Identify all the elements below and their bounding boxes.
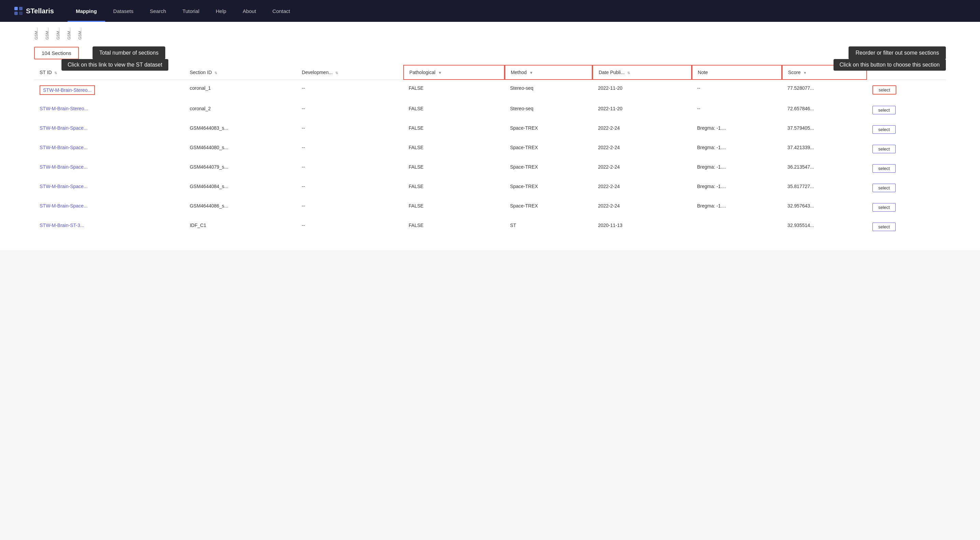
select-button-0[interactable]: select: [872, 85, 896, 95]
cell-score-3: 37.421339...: [782, 139, 867, 159]
col-date[interactable]: Date Publi... ⇅: [592, 65, 692, 80]
sort-icon-section-id: ⇅: [215, 71, 217, 75]
select-button-7[interactable]: select: [872, 222, 896, 231]
cell-date-5: 2022-2-24: [592, 178, 692, 198]
table-row: STW-M-Brain-Space... GSM4644084_s... -- …: [34, 178, 946, 198]
gsm-label-1: GSM...: [34, 26, 38, 40]
cell-note-0: --: [692, 80, 782, 100]
brand-name: STellaris: [26, 7, 54, 15]
cell-date-2: 2022-2-24: [592, 120, 692, 139]
gsm-label-3: GSM...: [56, 26, 60, 40]
cell-note-6: Bregma: -1....: [692, 198, 782, 217]
gsm-label-4: GSM...: [67, 26, 71, 40]
cell-section-id-4: GSM4644079_s...: [185, 159, 296, 178]
select-button-6[interactable]: select: [872, 203, 896, 212]
st-id-link-0[interactable]: STW-M-Brain-Stereo...: [40, 85, 95, 95]
select-button-2[interactable]: select: [872, 125, 896, 134]
nav-mapping[interactable]: Mapping: [68, 0, 105, 22]
cell-development-2: --: [296, 120, 403, 139]
cell-section-id-7: IDF_C1: [185, 217, 296, 237]
cell-method-5: Space-TREX: [505, 178, 593, 198]
table-row: STW-M-Brain-Stereo... coronal_2 -- FALSE…: [34, 100, 946, 120]
cell-score-2: 37.579405...: [782, 120, 867, 139]
brand-icon: [14, 6, 23, 16]
table-row: STW-M-Brain-Space... GSM4644086_s... -- …: [34, 198, 946, 217]
st-id-link-6[interactable]: STW-M-Brain-Space...: [40, 203, 88, 208]
cell-method-6: Space-TREX: [505, 198, 593, 217]
cell-st-id-3: STW-M-Brain-Space...: [34, 139, 185, 159]
table-row: STW-M-Brain-Space... GSM4644080_s... -- …: [34, 139, 946, 159]
table-row: STW-M-Brain-Space... GSM4644083_s... -- …: [34, 120, 946, 139]
select-button-5[interactable]: select: [872, 184, 896, 192]
select-button-1[interactable]: select: [872, 106, 896, 114]
cell-st-id-0: STW-M-Brain-Stereo...: [34, 80, 185, 100]
svg-rect-3: [19, 12, 22, 15]
cell-action-7: select: [867, 217, 946, 237]
brand: STellaris: [14, 6, 54, 16]
cell-section-id-5: GSM4644084_s...: [185, 178, 296, 198]
cell-date-0: 2022-11-20: [592, 80, 692, 100]
cell-st-id-5: STW-M-Brain-Space...: [34, 178, 185, 198]
main-content: GSM... GSM... GSM... GSM... GSM... 104 S…: [0, 22, 980, 250]
st-id-link-5[interactable]: STW-M-Brain-Space...: [40, 184, 88, 189]
st-id-link-1[interactable]: STW-M-Brain-Stereo...: [40, 106, 88, 111]
cell-method-2: Space-TREX: [505, 120, 593, 139]
cell-score-0: 77.528077...: [782, 80, 867, 100]
table-row: STW-M-Brain-ST-3... IDF_C1 -- FALSE ST 2…: [34, 217, 946, 237]
svg-rect-1: [19, 7, 22, 10]
nav-help[interactable]: Help: [208, 0, 235, 22]
st-id-link-7[interactable]: STW-M-Brain-ST-3...: [40, 222, 84, 228]
cell-development-3: --: [296, 139, 403, 159]
nav-contact[interactable]: Contact: [264, 0, 298, 22]
nav-about[interactable]: About: [235, 0, 264, 22]
cell-score-7: 32.935514...: [782, 217, 867, 237]
cell-action-2: select: [867, 120, 946, 139]
select-button-3[interactable]: select: [872, 145, 896, 153]
cell-score-4: 36.213547...: [782, 159, 867, 178]
cell-pathological-1: FALSE: [403, 100, 505, 120]
col-development[interactable]: Developmen... ⇅: [296, 65, 403, 80]
cell-score-6: 32.957643...: [782, 198, 867, 217]
cell-pathological-2: FALSE: [403, 120, 505, 139]
total-sections-label: Total number of sections: [92, 46, 165, 59]
col-method[interactable]: Method ▼: [505, 65, 593, 80]
cell-note-3: Bregma: -1....: [692, 139, 782, 159]
cell-note-5: Bregma: -1....: [692, 178, 782, 198]
cell-development-6: --: [296, 198, 403, 217]
cell-action-4: select: [867, 159, 946, 178]
col-note: Note: [692, 65, 782, 80]
nav-datasets[interactable]: Datasets: [105, 0, 142, 22]
sort-icon-development: ⇅: [335, 71, 338, 75]
col-pathological[interactable]: Pathological ▼: [403, 65, 505, 80]
link-annotation: Click on this link to view the ST datase…: [62, 59, 168, 71]
cell-section-id-0: coronal_1: [185, 80, 296, 100]
col-section-id[interactable]: Section ID ⇅: [185, 65, 296, 80]
st-id-link-4[interactable]: STW-M-Brain-Space...: [40, 164, 88, 170]
cell-method-7: ST: [505, 217, 593, 237]
cell-action-5: select: [867, 178, 946, 198]
cell-score-5: 35.817727...: [782, 178, 867, 198]
nav-tutorial[interactable]: Tutorial: [174, 0, 207, 22]
cell-action-0: select: [867, 80, 946, 100]
cell-action-3: select: [867, 139, 946, 159]
svg-rect-2: [14, 12, 18, 15]
nav-items: Mapping Datasets Search Tutorial Help Ab…: [68, 0, 966, 22]
cell-note-2: Bregma: -1....: [692, 120, 782, 139]
cell-section-id-6: GSM4644086_s...: [185, 198, 296, 217]
cell-date-1: 2022-11-20: [592, 100, 692, 120]
cell-pathological-7: FALSE: [403, 217, 505, 237]
cell-st-id-6: STW-M-Brain-Space...: [34, 198, 185, 217]
cell-date-6: 2022-2-24: [592, 198, 692, 217]
cell-method-0: Stereo-seq: [505, 80, 593, 100]
cell-development-7: --: [296, 217, 403, 237]
st-id-link-2[interactable]: STW-M-Brain-Space...: [40, 125, 88, 131]
cell-section-id-2: GSM4644083_s...: [185, 120, 296, 139]
cell-pathological-0: FALSE: [403, 80, 505, 100]
sort-icon-st-id: ⇅: [54, 71, 57, 75]
nav-search[interactable]: Search: [142, 0, 175, 22]
cell-development-4: --: [296, 159, 403, 178]
st-id-link-3[interactable]: STW-M-Brain-Space...: [40, 145, 88, 150]
select-button-4[interactable]: select: [872, 164, 896, 173]
button-annotation: Click on this button to choose this sect…: [834, 59, 946, 71]
cell-pathological-6: FALSE: [403, 198, 505, 217]
